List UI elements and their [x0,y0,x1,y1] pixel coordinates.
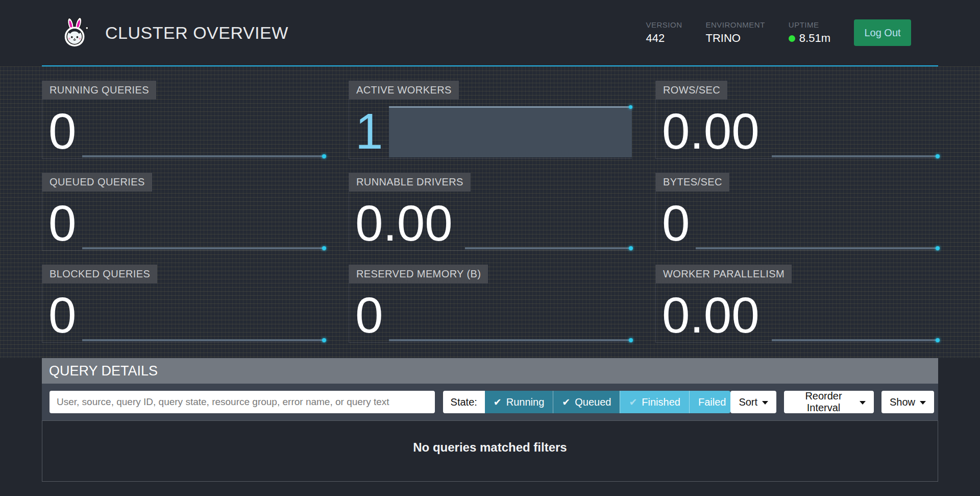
metric-sparkline-chart [772,155,939,157]
show-button-label: Show [890,396,915,408]
state-filter-button-label: Queued [575,396,611,408]
metric-card: WORKER PARALLELISM 0.00 [655,265,939,343]
query-details-title: QUERY DETAILS [49,363,158,379]
sparkline-endpoint-dot [629,105,632,109]
metric-sparkline-chart [465,247,632,249]
metric-value: 0 [48,290,77,340]
sparkline-endpoint-dot [629,338,633,342]
reorder-interval-button-label: Reorder Interval [792,390,855,414]
uptime-value: 8.51m [799,32,830,45]
metric-label: ACTIVE WORKERS [349,81,459,100]
empty-state-message: No queries matched filters [42,440,938,455]
query-list-empty-state: No queries matched filters [42,420,938,482]
metric-sparkline-chart [82,247,325,249]
metric-card: RESERVED MEMORY (B) 0 [349,265,632,343]
show-dropdown-button[interactable]: Show [881,391,934,413]
caret-down-icon [762,401,768,405]
state-filter-failed-button[interactable]: Failed [689,391,730,413]
metric-value: 1 [355,106,383,156]
metric-sparkline-chart [82,155,325,157]
state-filter-button-label: Finished [642,396,680,408]
version-value: 442 [646,32,682,45]
check-icon: ✔ [494,396,502,408]
metric-label: WORKER PARALLELISM [656,265,792,284]
metric-value: 0 [355,290,383,340]
brand: CLUSTER OVERVIEW [61,17,288,48]
metric-label: ROWS/SEC [656,81,727,100]
header-stats: VERSION 442 ENVIRONMENT TRINO UPTIME 8.5… [646,19,911,46]
metric-card: RUNNABLE DRIVERS 0.00 [349,173,632,251]
sort-dropdown-button[interactable]: Sort [730,391,776,413]
version-label: VERSION [646,20,682,29]
check-icon: ✔ [562,396,570,408]
reorder-interval-dropdown-button[interactable]: Reorder Interval [784,391,874,413]
metric-sparkline-chart [389,106,632,157]
state-filter-queued-button[interactable]: ✔Queued [553,391,620,413]
query-filter-toolbar: State: ✔Running✔Queued✔FinishedFailed So… [42,384,938,420]
log-out-button[interactable]: Log Out [854,19,911,46]
metric-card: BLOCKED QUERIES 0 [42,265,325,343]
sparkline-endpoint-dot [936,154,940,158]
metric-cards-grid: RUNNING QUERIES 0 ACTIVE WORKERS 1 ROWS/… [42,81,938,343]
metric-sparkline-chart [696,247,939,249]
metric-value: 0 [48,198,77,248]
state-filter-label: State: [443,391,485,413]
metric-label: RESERVED MEMORY (B) [349,265,488,284]
uptime-status-dot-icon [789,35,795,42]
environment-label: ENVIRONMENT [706,20,765,29]
sparkline-endpoint-dot [322,246,326,250]
state-filter-buttons: ✔Running✔Queued✔FinishedFailed [485,391,731,413]
metric-card: QUEUED QUERIES 0 [42,173,325,251]
metric-card: ROWS/SEC 0.00 [655,81,939,159]
metric-card: ACTIVE WORKERS 1 [349,81,632,159]
sort-button-label: Sort [739,396,757,408]
sparkline-endpoint-dot [629,246,633,250]
trino-bunny-logo-icon [61,17,91,48]
metric-sparkline-chart [772,339,939,341]
metric-value: 0.00 [662,106,760,156]
metric-label: BLOCKED QUERIES [42,265,157,284]
metric-label: BYTES/SEC [656,173,729,192]
metric-label: RUNNING QUERIES [42,81,156,100]
toolbar-dropdowns: Sort Reorder Interval Show [730,391,934,413]
metric-label: QUEUED QUERIES [42,173,152,192]
environment-stat: ENVIRONMENT TRINO [706,20,765,45]
caret-down-icon [860,401,866,405]
uptime-label: UPTIME [789,20,830,29]
sparkline-endpoint-dot [936,338,940,342]
state-filter-button-label: Running [506,396,545,408]
page-title: CLUSTER OVERVIEW [105,23,288,43]
check-icon: ✔ [629,396,637,408]
metric-sparkline-chart [389,339,632,341]
version-stat: VERSION 442 [646,20,682,45]
metric-card: RUNNING QUERIES 0 [42,81,325,159]
metric-value: 0 [662,198,690,248]
top-bar: CLUSTER OVERVIEW VERSION 442 ENVIRONMENT… [42,0,938,66]
query-search-input[interactable] [50,391,435,413]
state-filter-button-label: Failed [698,396,726,408]
metric-value: 0.00 [355,198,453,248]
sparkline-endpoint-dot [936,246,940,250]
environment-value: TRINO [706,32,765,45]
sparkline-endpoint-dot [322,338,326,342]
sparkline-endpoint-dot [322,154,326,158]
state-filter-running-button[interactable]: ✔Running [485,391,553,413]
cluster-stats-section: RUNNING QUERIES 0 ACTIVE WORKERS 1 ROWS/… [0,66,980,358]
state-filter-group: State: ✔Running✔Queued✔FinishedFailed [443,391,731,413]
metric-sparkline-chart [82,339,325,341]
uptime-stat: UPTIME 8.51m [789,20,830,45]
state-filter-finished-button[interactable]: ✔Finished [620,391,689,413]
query-details-header: QUERY DETAILS [42,358,938,384]
metric-value: 0.00 [662,290,760,340]
metric-label: RUNNABLE DRIVERS [349,173,471,192]
metric-card: BYTES/SEC 0 [655,173,939,251]
metric-value: 0 [48,106,77,156]
caret-down-icon [920,401,926,405]
uptime-value-wrap: 8.51m [789,32,830,45]
